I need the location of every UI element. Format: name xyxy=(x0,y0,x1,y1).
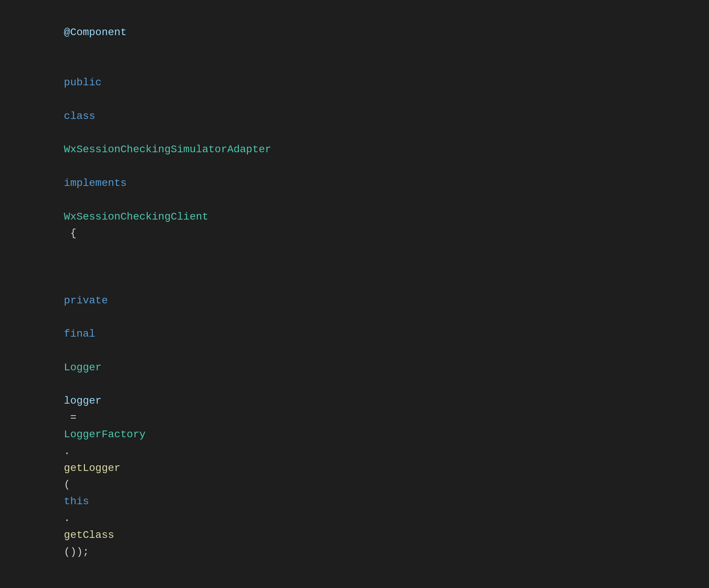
keyword-public: public xyxy=(64,77,102,88)
annotation-component: @Component xyxy=(64,27,127,38)
class-name: WxSessionCheckingSimulatorAdapter xyxy=(64,144,271,155)
line-content-1: @Component xyxy=(26,7,698,58)
code-line-4 xyxy=(0,577,709,588)
code-line-3: private final Logger logger = LoggerFact… xyxy=(0,259,709,577)
line-content-3: private final Logger logger = LoggerFact… xyxy=(26,259,698,577)
code-line-1: @Component xyxy=(0,7,709,58)
code-line-2: public class WxSessionCheckingSimulatorA… xyxy=(0,58,709,259)
code-editor: @Component public class WxSessionCheckin… xyxy=(0,0,709,588)
keyword-class: class xyxy=(64,110,95,122)
line-content-2: public class WxSessionCheckingSimulatorA… xyxy=(26,58,698,259)
